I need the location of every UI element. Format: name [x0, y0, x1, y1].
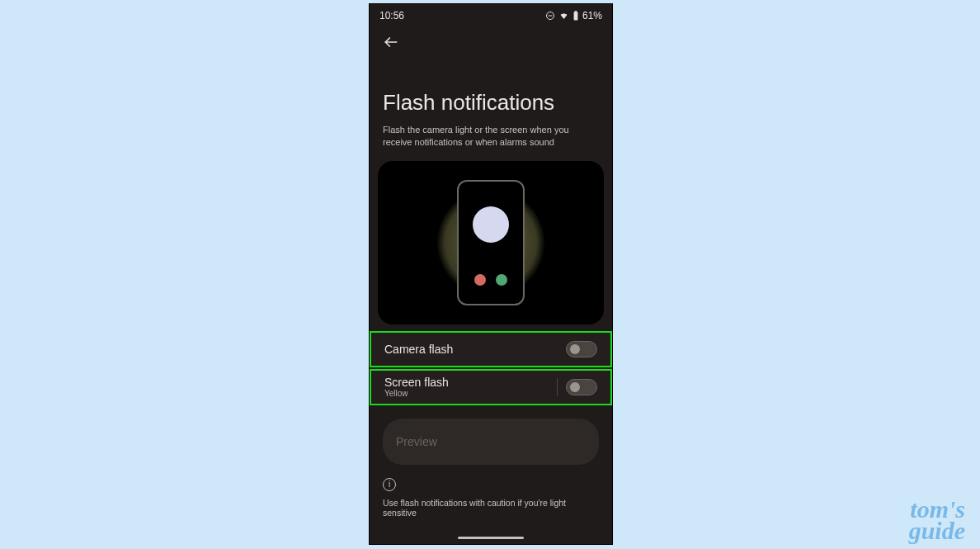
screen-flash-row[interactable]: Screen flash Yellow [370, 369, 612, 405]
svg-rect-2 [574, 12, 578, 20]
toggle-knob [570, 382, 580, 392]
watermark: tom's guide [909, 499, 965, 541]
screen-flash-toggle[interactable] [566, 379, 597, 395]
clock: 10:56 [379, 10, 404, 21]
wifi-icon [558, 11, 569, 21]
green-dot-icon [496, 274, 507, 286]
screen-flash-color: Yellow [384, 389, 449, 398]
watermark-line2: guide [909, 520, 965, 542]
status-icons: 61% [545, 10, 602, 21]
phone-screenshot: 10:56 61% Flash notifications Flash the … [369, 3, 613, 545]
battery-icon [572, 11, 579, 21]
back-button[interactable] [379, 31, 403, 54]
screen-flash-label: Screen flash [384, 376, 449, 389]
page-subtitle: Flash the camera light or the screen whe… [370, 121, 612, 158]
preview-button[interactable]: Preview [383, 419, 599, 465]
status-bar: 10:56 61% [370, 4, 612, 24]
illustration [378, 161, 604, 324]
svg-rect-3 [575, 11, 577, 12]
footer-caution-text: Use flash notifications with caution if … [383, 498, 599, 518]
preview-label: Preview [396, 435, 437, 448]
camera-flash-toggle[interactable] [566, 341, 597, 357]
camera-flash-row[interactable]: Camera flash [370, 331, 612, 367]
row-divider [557, 378, 558, 396]
red-dot-icon [474, 274, 486, 286]
footer: i Use flash notifications with caution i… [370, 465, 612, 518]
info-icon: i [383, 478, 396, 491]
camera-flash-label: Camera flash [384, 343, 453, 356]
header [370, 24, 612, 54]
camera-lens-icon [473, 206, 509, 243]
illustration-dots [474, 274, 507, 286]
page-title: Flash notifications [370, 54, 612, 121]
illustration-phone [457, 180, 525, 305]
toggle-knob [570, 344, 580, 354]
battery-percent: 61% [582, 10, 602, 21]
dnd-icon [545, 11, 555, 21]
nav-handle[interactable] [458, 537, 524, 539]
